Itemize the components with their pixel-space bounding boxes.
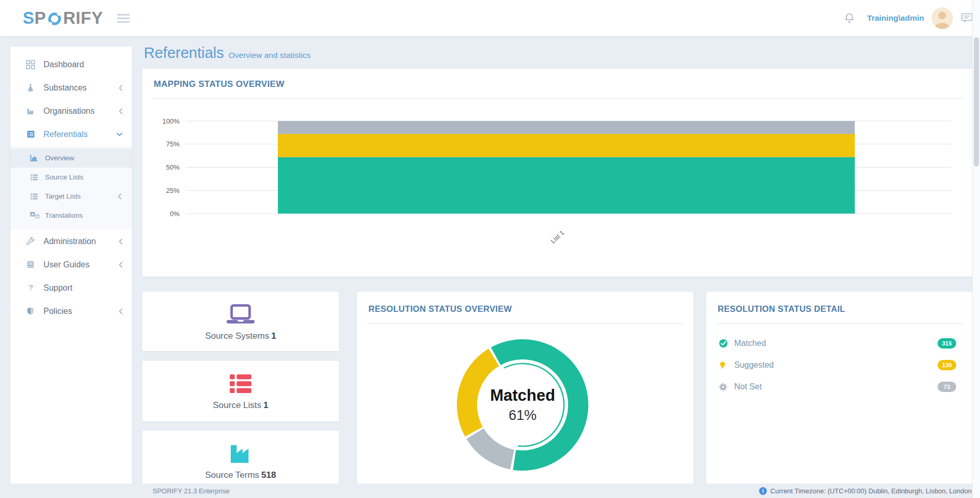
logo-letter-s: S	[23, 8, 35, 28]
sidebar-item-user-guides[interactable]: User Guides	[10, 253, 132, 276]
page-title: Referentials	[144, 44, 224, 62]
sidebar-item-organisations[interactable]: Organisations	[10, 99, 132, 123]
table-list-icon	[25, 130, 36, 139]
detail-row-not-set[interactable]: Not Set73	[719, 376, 956, 398]
mapping-status-title: MAPPING STATUS OVERVIEW	[154, 79, 284, 89]
divider	[152, 98, 963, 99]
hamburger-menu-icon[interactable]	[117, 14, 130, 25]
chevron-left-icon	[118, 108, 123, 114]
grid-icon	[25, 60, 36, 69]
sidebar-item-label: Target Lists	[45, 192, 81, 200]
card-source-terms[interactable]: Source Terms518	[142, 431, 339, 489]
sidebar-item-label: Substances	[43, 83, 87, 93]
list-rows-icon	[142, 372, 339, 396]
count-badge: 130	[938, 360, 956, 370]
sidebar-item-label: User Guides	[43, 260, 90, 269]
resolution-donut-chart[interactable]	[440, 322, 605, 488]
info-icon	[759, 487, 767, 495]
sidebar-item-administration[interactable]: Administration	[10, 230, 132, 253]
laptop-icon	[142, 303, 339, 326]
resolution-overview-panel: RESOLUTION STATUS OVERVIEW Matched 61%	[357, 292, 693, 484]
footer: SPORIFY 21.3 Enterprise Current Timezone…	[0, 484, 980, 498]
sidebar-item-label: Organisations	[43, 107, 95, 116]
page-subtitle: Overview and statistics	[229, 51, 311, 60]
flask-icon	[25, 83, 36, 92]
sidebar-item-label: Referentials	[43, 130, 87, 139]
mapping-status-panel: MAPPING STATUS OVERVIEW 0%25%50%75%100%L…	[142, 69, 973, 277]
svg-text:0%: 0%	[170, 210, 180, 218]
donut-segment-not-set	[466, 429, 514, 470]
svg-text:?: ?	[28, 283, 33, 292]
chat-icon[interactable]	[961, 13, 973, 23]
shield-icon	[25, 307, 36, 315]
donut-highlight-ring	[504, 364, 564, 446]
detail-row-suggested[interactable]: Suggested130	[719, 354, 956, 376]
resolution-detail-title: RESOLUTION STATUS DETAIL	[718, 304, 845, 314]
sidebar-item-support[interactable]: ?Support	[10, 276, 132, 299]
detail-label: Matched	[734, 339, 766, 348]
card-source-lists[interactable]: Source Lists1	[142, 361, 339, 421]
timezone-status: Current Timezone: (UTC+00:00) Dublin, Ed…	[759, 487, 972, 495]
sidebar-item-source-lists[interactable]: Source Lists	[10, 168, 132, 187]
svg-text:A: A	[31, 212, 34, 217]
sidebar-item-translations[interactable]: A★Translations	[10, 206, 132, 225]
card-value: 518	[261, 470, 276, 480]
sidebar-item-substances[interactable]: Substances	[10, 76, 132, 99]
chevron-down-icon	[116, 132, 123, 137]
card-source-systems[interactable]: Source Systems1	[142, 292, 339, 351]
list-icon	[30, 173, 40, 182]
sidebar-item-label: Dashboard	[43, 60, 84, 69]
sidebar-item-label: Translations	[45, 212, 83, 219]
chevron-left-icon	[118, 238, 123, 245]
card-label: Source Terms518	[142, 470, 339, 480]
bell-icon[interactable]	[844, 12, 855, 24]
svg-text:25%: 25%	[166, 187, 180, 194]
wrench-icon	[25, 237, 36, 246]
bar-segment-matched	[278, 157, 855, 214]
lightbulb-icon	[719, 360, 729, 370]
check-circle-icon	[719, 339, 729, 348]
donut-segment-suggested	[457, 349, 499, 436]
sidebar-item-label: Overview	[45, 154, 74, 162]
svg-text:75%: 75%	[166, 140, 180, 148]
bar-segment-suggested	[278, 134, 855, 157]
resolution-detail-rows: Matched315Suggested130Not Set73	[719, 333, 956, 398]
sidebar-submenu: OverviewSource ListsTarget ListsA★Transl…	[10, 146, 132, 230]
sidebar-item-label: Administration	[43, 237, 96, 246]
logo-letter-p: P	[35, 8, 47, 28]
book-icon	[25, 261, 36, 269]
chevron-left-icon	[118, 308, 123, 314]
scrollbar-thumb[interactable]	[974, 37, 979, 167]
factory-icon	[25, 107, 36, 115]
detail-row-matched[interactable]: Matched315	[719, 333, 956, 354]
count-badge: 315	[938, 338, 956, 349]
sidebar-item-label: Support	[43, 283, 72, 293]
resolution-detail-panel: RESOLUTION STATUS DETAIL Matched315Sugge…	[706, 292, 973, 484]
user-menu[interactable]: Training\admin	[867, 13, 924, 23]
refresh-o-icon	[47, 11, 63, 27]
chevron-left-icon	[118, 85, 123, 91]
sidebar-nav: DashboardSubstancesOrganisationsReferent…	[10, 47, 132, 323]
sidebar-item-overview[interactable]: Overview	[10, 148, 132, 168]
sidebar-item-label: Source Lists	[45, 173, 83, 181]
logo-letters-rify: RIFY	[63, 8, 103, 28]
app-logo[interactable]: S P RIFY	[23, 7, 103, 29]
timezone-text: Current Timezone: (UTC+00:00) Dublin, Ed…	[770, 487, 972, 495]
svg-text:★: ★	[36, 215, 39, 219]
chevron-left-icon	[118, 262, 123, 268]
sidebar-item-policies[interactable]: Policies	[10, 299, 132, 323]
list-icon	[30, 192, 40, 201]
sidebar: DashboardSubstancesOrganisationsReferent…	[10, 47, 132, 498]
card-label: Source Lists1	[142, 400, 339, 411]
avatar[interactable]	[931, 7, 953, 29]
gear-icon	[719, 383, 729, 391]
mapping-status-bar-chart[interactable]: 0%25%50%75%100%List 1	[142, 100, 973, 270]
question-icon: ?	[25, 283, 36, 292]
header-actions: Training\admin	[844, 0, 973, 36]
sidebar-item-referentials[interactable]: Referentials	[10, 123, 132, 146]
scrollbar-track[interactable]	[972, 0, 980, 498]
sidebar-item-dashboard[interactable]: Dashboard	[10, 53, 132, 76]
sidebar-item-target-lists[interactable]: Target Lists	[10, 187, 132, 206]
donut-chart-wrap: Matched 61%	[440, 322, 605, 488]
page-head: Referentials Overview and statistics	[144, 44, 310, 62]
